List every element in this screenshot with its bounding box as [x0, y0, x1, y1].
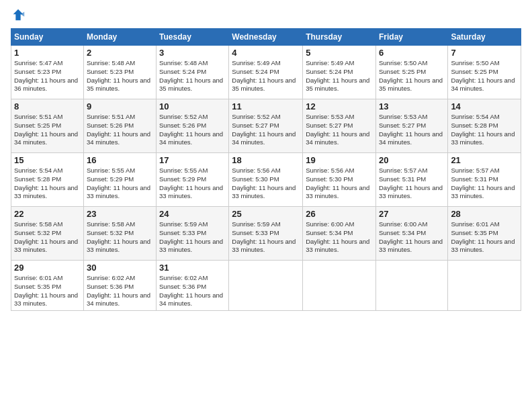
calendar-cell: 5 Sunrise: 5:49 AM Sunset: 5:24 PM Dayli…	[303, 46, 376, 99]
weekday-header-row: SundayMondayTuesdayWednesdayThursdayFrid…	[11, 29, 521, 46]
calendar-cell: 22 Sunrise: 5:58 AM Sunset: 5:32 PM Dayl…	[11, 207, 84, 261]
daylight-label: Daylight: 11 hours and 34 minutes.	[451, 77, 515, 93]
day-number: 25	[232, 209, 300, 219]
calendar-cell: 15 Sunrise: 5:54 AM Sunset: 5:28 PM Dayl…	[11, 153, 84, 207]
week-row-4: 22 Sunrise: 5:58 AM Sunset: 5:32 PM Dayl…	[11, 207, 521, 261]
weekday-header-monday: Monday	[83, 29, 156, 46]
calendar-table: SundayMondayTuesdayWednesdayThursdayFrid…	[11, 28, 521, 311]
sunset-label: Sunset: 5:26 PM	[159, 122, 206, 129]
sunrise-label: Sunrise: 6:00 AM	[379, 220, 427, 228]
sunrise-label: Sunrise: 5:48 AM	[159, 59, 208, 66]
day-number: 7	[451, 48, 518, 58]
day-number: 31	[159, 263, 226, 273]
sunset-label: Sunset: 5:35 PM	[451, 229, 498, 236]
day-number: 13	[379, 101, 445, 111]
daylight-label: Daylight: 11 hours and 35 minutes.	[379, 77, 443, 93]
sunset-label: Sunset: 5:27 PM	[232, 122, 279, 129]
day-number: 22	[14, 209, 81, 219]
sunset-label: Sunset: 5:31 PM	[379, 175, 426, 183]
daylight-label: Daylight: 11 hours and 33 minutes.	[14, 238, 78, 254]
daylight-label: Daylight: 11 hours and 34 minutes.	[87, 291, 150, 308]
day-info: Sunrise: 5:55 AM Sunset: 5:29 PM Dayligh…	[87, 167, 153, 201]
day-number: 16	[87, 155, 153, 165]
sunrise-label: Sunrise: 5:58 AM	[14, 220, 62, 228]
sunset-label: Sunset: 5:32 PM	[14, 229, 61, 236]
sunset-label: Sunset: 5:23 PM	[14, 68, 61, 75]
sunset-label: Sunset: 5:36 PM	[159, 283, 206, 290]
week-row-1: 1 Sunrise: 5:47 AM Sunset: 5:23 PM Dayli…	[11, 46, 521, 99]
sunrise-label: Sunrise: 5:55 AM	[159, 167, 208, 174]
sunset-label: Sunset: 5:24 PM	[306, 68, 353, 75]
day-number: 10	[159, 101, 226, 111]
daylight-label: Daylight: 11 hours and 35 minutes.	[306, 77, 369, 93]
calendar-cell: 10 Sunrise: 5:52 AM Sunset: 5:26 PM Dayl…	[157, 99, 229, 153]
day-number: 26	[306, 209, 373, 219]
daylight-label: Daylight: 11 hours and 34 minutes.	[14, 130, 78, 146]
sunset-label: Sunset: 5:34 PM	[379, 229, 426, 236]
calendar-cell: 27 Sunrise: 6:00 AM Sunset: 5:34 PM Dayl…	[375, 207, 447, 261]
calendar-cell	[375, 261, 447, 311]
sunrise-label: Sunrise: 5:51 AM	[87, 113, 135, 120]
daylight-label: Daylight: 11 hours and 33 minutes.	[14, 184, 78, 200]
sunrise-label: Sunrise: 5:54 AM	[451, 113, 499, 120]
week-row-5: 29 Sunrise: 6:01 AM Sunset: 5:35 PM Dayl…	[11, 261, 521, 311]
sunset-label: Sunset: 5:32 PM	[87, 229, 134, 236]
day-info: Sunrise: 5:55 AM Sunset: 5:29 PM Dayligh…	[159, 167, 226, 201]
sunset-label: Sunset: 5:30 PM	[306, 175, 353, 183]
day-info: Sunrise: 5:50 AM Sunset: 5:25 PM Dayligh…	[379, 59, 445, 93]
day-info: Sunrise: 6:02 AM Sunset: 5:36 PM Dayligh…	[87, 274, 153, 308]
calendar-cell: 23 Sunrise: 5:58 AM Sunset: 5:32 PM Dayl…	[83, 207, 156, 261]
day-number: 1	[14, 48, 81, 58]
calendar-cell: 18 Sunrise: 5:56 AM Sunset: 5:30 PM Dayl…	[229, 153, 303, 207]
calendar-cell: 6 Sunrise: 5:50 AM Sunset: 5:25 PM Dayli…	[375, 46, 447, 99]
day-info: Sunrise: 5:52 AM Sunset: 5:26 PM Dayligh…	[159, 113, 226, 147]
day-info: Sunrise: 5:49 AM Sunset: 5:24 PM Dayligh…	[232, 59, 300, 93]
day-info: Sunrise: 5:57 AM Sunset: 5:31 PM Dayligh…	[379, 167, 445, 201]
day-number: 12	[306, 101, 373, 111]
daylight-label: Daylight: 11 hours and 35 minutes.	[232, 77, 296, 93]
sunset-label: Sunset: 5:27 PM	[379, 122, 426, 129]
sunset-label: Sunset: 5:23 PM	[87, 68, 134, 75]
calendar-cell: 13 Sunrise: 5:53 AM Sunset: 5:27 PM Dayl…	[375, 99, 447, 153]
daylight-label: Daylight: 11 hours and 34 minutes.	[159, 291, 223, 308]
daylight-label: Daylight: 11 hours and 33 minutes.	[159, 184, 223, 200]
daylight-label: Daylight: 11 hours and 33 minutes.	[14, 291, 78, 308]
daylight-label: Daylight: 11 hours and 33 minutes.	[232, 238, 296, 254]
day-number: 5	[306, 48, 373, 58]
day-info: Sunrise: 6:01 AM Sunset: 5:35 PM Dayligh…	[14, 274, 81, 308]
day-number: 15	[14, 155, 81, 165]
calendar-cell: 9 Sunrise: 5:51 AM Sunset: 5:26 PM Dayli…	[83, 99, 156, 153]
week-row-3: 15 Sunrise: 5:54 AM Sunset: 5:28 PM Dayl…	[11, 153, 521, 207]
day-number: 24	[159, 209, 226, 219]
sunrise-label: Sunrise: 5:48 AM	[87, 59, 135, 66]
daylight-label: Daylight: 11 hours and 33 minutes.	[451, 238, 515, 254]
calendar-cell	[448, 261, 521, 311]
calendar-cell: 24 Sunrise: 5:59 AM Sunset: 5:33 PM Dayl…	[157, 207, 229, 261]
daylight-label: Daylight: 11 hours and 34 minutes.	[159, 130, 223, 146]
day-info: Sunrise: 5:58 AM Sunset: 5:32 PM Dayligh…	[87, 220, 153, 255]
day-info: Sunrise: 5:54 AM Sunset: 5:28 PM Dayligh…	[451, 113, 518, 147]
day-info: Sunrise: 5:52 AM Sunset: 5:27 PM Dayligh…	[232, 113, 300, 147]
sunrise-label: Sunrise: 6:01 AM	[14, 274, 62, 281]
calendar-cell	[229, 261, 303, 311]
daylight-label: Daylight: 11 hours and 35 minutes.	[87, 77, 150, 93]
sunset-label: Sunset: 5:34 PM	[306, 229, 353, 236]
sunset-label: Sunset: 5:25 PM	[14, 122, 61, 129]
day-info: Sunrise: 5:59 AM Sunset: 5:33 PM Dayligh…	[232, 220, 300, 255]
sunrise-label: Sunrise: 5:54 AM	[14, 167, 62, 174]
daylight-label: Daylight: 11 hours and 33 minutes.	[451, 130, 515, 146]
calendar-cell: 21 Sunrise: 5:57 AM Sunset: 5:31 PM Dayl…	[448, 153, 521, 207]
day-number: 20	[379, 155, 445, 165]
sunrise-label: Sunrise: 5:59 AM	[232, 220, 280, 228]
day-info: Sunrise: 5:51 AM Sunset: 5:25 PM Dayligh…	[14, 113, 81, 147]
sunset-label: Sunset: 5:35 PM	[14, 283, 61, 290]
daylight-label: Daylight: 11 hours and 33 minutes.	[87, 184, 150, 200]
daylight-label: Daylight: 11 hours and 33 minutes.	[232, 184, 296, 200]
daylight-label: Daylight: 11 hours and 33 minutes.	[159, 238, 223, 254]
daylight-label: Daylight: 11 hours and 34 minutes.	[87, 130, 150, 146]
day-info: Sunrise: 6:00 AM Sunset: 5:34 PM Dayligh…	[379, 220, 445, 255]
day-number: 6	[379, 48, 445, 58]
day-number: 8	[14, 101, 81, 111]
sunrise-label: Sunrise: 5:52 AM	[159, 113, 208, 120]
day-info: Sunrise: 5:50 AM Sunset: 5:25 PM Dayligh…	[451, 59, 518, 93]
